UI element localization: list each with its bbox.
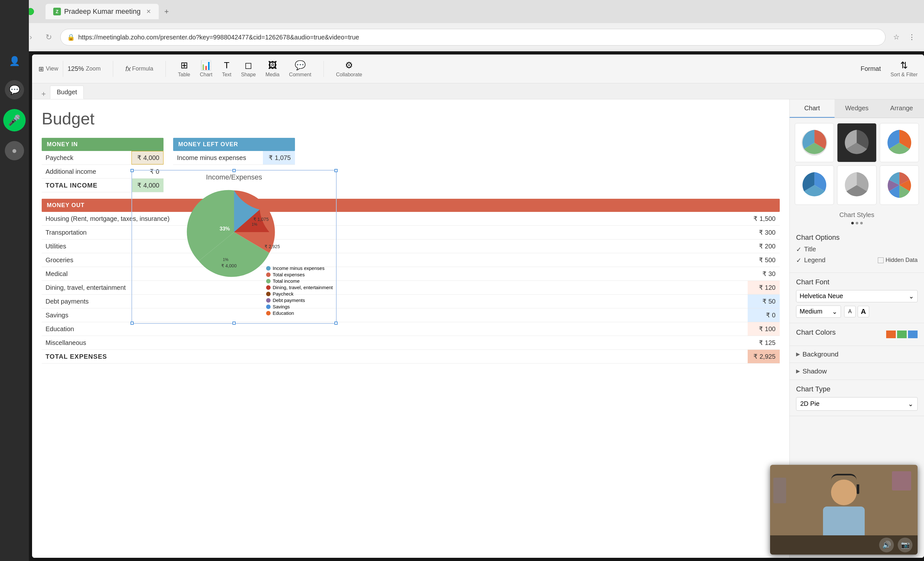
browser-chrome: Z Pradeep Kumar meeting ✕ + ‹ › ↻ 🔒 http… xyxy=(0,0,924,51)
colors-swatch[interactable] xyxy=(886,330,918,338)
chart-style-6[interactable] xyxy=(880,165,919,204)
tab-title: Pradeep Kumar meeting xyxy=(64,8,140,16)
resize-handle-bl[interactable] xyxy=(130,321,134,325)
tab-close-icon[interactable]: ✕ xyxy=(146,8,151,15)
chart-tool[interactable]: 📊 Chart xyxy=(200,60,212,78)
legend-item: Education xyxy=(266,310,333,316)
sort-filter-tool[interactable]: ⇅ Sort & Filter xyxy=(891,60,918,78)
legend-dot xyxy=(266,311,271,315)
title-option-label: ✓ Title xyxy=(796,246,816,253)
chart-styles-label: Chart Styles xyxy=(790,210,924,222)
zoom-control[interactable]: ⊞ View 125% Zoom xyxy=(39,61,100,77)
tab-chart[interactable]: Chart xyxy=(790,99,834,118)
chart-type-selector[interactable]: 2D Pie ⌄ xyxy=(796,397,918,411)
legend-dot xyxy=(266,292,271,296)
dot-1[interactable] xyxy=(851,222,854,224)
table-row: Miscellaneous ₹ 125 xyxy=(42,336,780,350)
dot-3[interactable] xyxy=(860,222,863,224)
resize-handle-tr[interactable] xyxy=(334,169,338,172)
color-swatch-green xyxy=(897,330,907,338)
font-selector[interactable]: Helvetica Neue ⌄ xyxy=(796,290,918,302)
chart-label-income: ₹ 4,000 xyxy=(221,263,237,268)
resize-handle-tl[interactable] xyxy=(130,169,134,172)
new-tab-button[interactable]: + xyxy=(161,6,171,16)
budget-tab[interactable]: Budget xyxy=(50,86,84,99)
tab-wedges[interactable]: Wedges xyxy=(834,99,879,118)
shape-tool[interactable]: ◻ Shape xyxy=(241,60,256,78)
background-section[interactable]: ▶ Background xyxy=(790,346,924,363)
tab-favicon: Z xyxy=(53,8,61,15)
legend-dot xyxy=(266,279,271,284)
chart-type-value: 2D Pie xyxy=(800,400,819,408)
sort-filter-label: Sort & Filter xyxy=(891,72,918,78)
chart-font-section: Chart Font Helvetica Neue ⌄ Medium ⌄ A A xyxy=(790,273,924,323)
media-tool[interactable]: 🖼 Media xyxy=(266,60,280,78)
legend-dot xyxy=(266,266,271,270)
text-tool[interactable]: T Text xyxy=(222,60,231,78)
sidebar-icon-people[interactable]: 👤 xyxy=(5,51,24,70)
format-tool[interactable]: Format xyxy=(861,65,881,72)
dot-2[interactable] xyxy=(856,222,858,224)
chart-container[interactable]: Income/Expenses xyxy=(132,170,337,324)
person-head xyxy=(831,480,856,505)
tab-arrange[interactable]: Arrange xyxy=(879,99,924,118)
chart-label-imed: ₹ 1,075 xyxy=(253,217,268,222)
table-icon: ⊞ xyxy=(180,60,188,70)
chart-style-5[interactable] xyxy=(837,165,876,204)
tab-bar: Z Pradeep Kumar meeting ✕ + xyxy=(45,4,171,19)
color-swatch-orange xyxy=(886,330,896,338)
address-field[interactable]: 🔒 https://meetinglab.zoho.com/presenter.… xyxy=(60,29,885,45)
formula-control: fx Formula xyxy=(125,65,153,73)
chart-style-1[interactable] xyxy=(795,123,834,162)
money-left-header: MONEY LEFT OVER xyxy=(173,138,295,151)
bg-element-1 xyxy=(892,471,911,490)
resize-handle-tm[interactable] xyxy=(232,169,236,172)
font-size-small-btn[interactable]: A xyxy=(844,306,856,317)
video-camera-btn[interactable]: 📷 xyxy=(898,538,912,552)
shape-label: Shape xyxy=(241,72,256,78)
spreadsheet-content: Budget MONEY IN Paycheck ₹ 4,000 Additio… xyxy=(32,99,789,558)
chart-legend: Income minus expenses Total expenses Tot… xyxy=(266,266,333,317)
shape-icon: ◻ xyxy=(244,60,252,70)
format-label: Format xyxy=(861,65,881,72)
legend-option-row: ✓ Legend Hidden Data xyxy=(796,256,918,264)
chart-style-2[interactable] xyxy=(837,123,876,162)
size-selector[interactable]: Medium ⌄ xyxy=(796,306,841,318)
chart-options-section: Chart Options ✓ Title ✓ Legend xyxy=(790,228,924,273)
hidden-data-label: Hidden Data xyxy=(885,257,918,264)
table-row: Income minus expenses ₹ 1,075 xyxy=(173,151,295,165)
resize-handle-br[interactable] xyxy=(334,321,338,325)
legend-option-label: ✓ Legend xyxy=(796,256,826,264)
collaborate-tool[interactable]: ⚙ Collaborate xyxy=(336,60,362,78)
table-label: Table xyxy=(178,72,190,78)
sidebar-icon-mic[interactable]: 🎤 xyxy=(3,109,26,131)
background-arrow-icon: ▶ xyxy=(796,351,800,357)
headset-arc xyxy=(831,474,856,480)
chart-type-arrow: ⌄ xyxy=(908,400,914,408)
hidden-data-checkbox[interactable] xyxy=(878,257,884,263)
chart-label-income-pct: 1% xyxy=(223,257,229,262)
browser-settings-icon[interactable]: ⋮ xyxy=(906,32,918,43)
sidebar-icon-chat[interactable]: 💬 xyxy=(5,80,24,99)
table-tool[interactable]: ⊞ Table xyxy=(178,60,190,78)
size-selector-arrows: ⌄ xyxy=(832,308,837,315)
comment-tool[interactable]: 💬 Comment xyxy=(289,60,311,78)
person-figure xyxy=(823,480,865,536)
chart-style-3[interactable] xyxy=(880,123,919,162)
bookmark-icon[interactable]: ☆ xyxy=(891,32,902,43)
add-sheet-button[interactable]: + xyxy=(39,89,49,99)
active-tab[interactable]: Z Pradeep Kumar meeting ✕ xyxy=(45,4,159,19)
legend-check-icon: ✓ xyxy=(796,256,801,264)
shadow-section[interactable]: ▶ Shadow xyxy=(790,363,924,380)
resize-handle-bm[interactable] xyxy=(232,321,236,325)
view-label: View xyxy=(46,65,58,72)
sidebar: 👤 💬 🎤 ● xyxy=(0,0,29,561)
legend-item: Total expenses xyxy=(266,272,333,277)
page-title: Budget xyxy=(42,109,780,128)
video-audio-btn[interactable]: 🔊 xyxy=(879,538,894,552)
font-size-large-btn[interactable]: A xyxy=(858,306,869,317)
chart-style-4[interactable] xyxy=(795,165,834,204)
browser-toolbar-icons: ☆ ⋮ xyxy=(891,32,918,43)
sidebar-icon-circle[interactable]: ● xyxy=(5,141,24,160)
refresh-button[interactable]: ↻ xyxy=(42,31,55,44)
